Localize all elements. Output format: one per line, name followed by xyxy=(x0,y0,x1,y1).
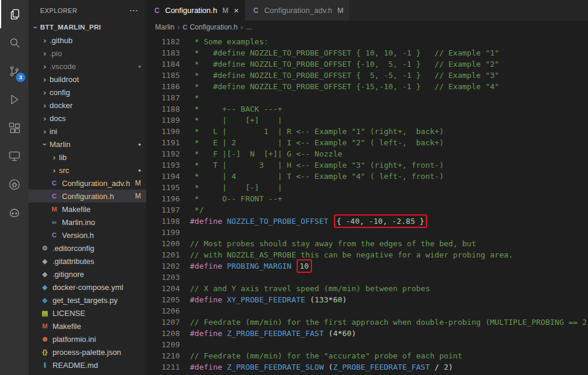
line-number[interactable]: 1210 xyxy=(146,350,180,361)
line-number[interactable]: 1208 xyxy=(146,328,180,339)
line-number[interactable]: 1194 xyxy=(146,171,180,182)
tree-item-editorconfig[interactable]: ⚙.editorconfig xyxy=(28,242,146,255)
breadcrumb-item-configuration-h[interactable]: CConfiguration.h xyxy=(183,23,238,31)
line-number[interactable]: 1211 xyxy=(146,361,180,373)
line-number[interactable]: 1201 xyxy=(146,249,180,260)
code-line-1200[interactable]: 1200// Most probes should stay away from… xyxy=(146,238,588,249)
tree-item-get-test-targets-py[interactable]: ◆get_test_targets.py xyxy=(28,294,146,306)
code-line-1184[interactable]: 1184 * #define NOZZLE_TO_PROBE_OFFSET {-… xyxy=(146,58,588,70)
line-number[interactable]: 1192 xyxy=(146,148,180,159)
line-number[interactable]: 1206 xyxy=(146,305,180,317)
code-line-1190[interactable]: 1190 * L | 1 | R <-- Example "1" (right+… xyxy=(146,126,588,137)
tree-item-ini[interactable]: ›ini xyxy=(28,125,146,138)
tree-item-process-palette-json[interactable]: {}process-palette.json xyxy=(28,345,146,358)
code-line-1202[interactable]: 1202#define PROBING_MARGIN 10 xyxy=(146,260,588,272)
line-number[interactable]: 1197 xyxy=(146,204,180,216)
line-number[interactable]: 1182 xyxy=(146,36,180,47)
tree-item-docker-compose-yml[interactable]: ◈docker-compose.yml xyxy=(28,281,146,294)
code-line-1188[interactable]: 1188 * +-- BACK ---+ xyxy=(146,103,588,115)
tree-item-src[interactable]: ›src● xyxy=(28,164,146,177)
code-line-1187[interactable]: 1187 * xyxy=(146,92,588,103)
tree-item-vscode[interactable]: ›.vscode● xyxy=(28,60,146,73)
tree-item-github[interactable]: ›.github xyxy=(28,34,146,47)
activity-item-search[interactable] xyxy=(0,28,28,57)
line-number[interactable]: 1212 xyxy=(146,373,180,375)
tree-item-lib[interactable]: ›lib xyxy=(28,151,146,164)
activity-item-platformio[interactable] xyxy=(0,198,28,227)
code-line-1205[interactable]: 1205#define XY_PROBE_FEEDRATE (133*60) xyxy=(146,294,588,305)
code-line-1198[interactable]: 1198#define NOZZLE_TO_PROBE_OFFSET { -40… xyxy=(146,216,588,227)
line-number[interactable]: 1195 xyxy=(146,182,180,193)
code-line-1210[interactable]: 1210// Feedrate (mm/min) for the "accura… xyxy=(146,350,588,361)
tree-item-marlin[interactable]: ›Marlin● xyxy=(28,138,146,151)
tree-item-btt-marlin-pri[interactable]: ›BTT_MARLIN_PRI xyxy=(28,21,146,34)
tree-item-docs[interactable]: ›docs xyxy=(28,112,146,125)
line-number[interactable]: 1189 xyxy=(146,115,180,126)
tree-item-buildroot[interactable]: ›buildroot xyxy=(28,73,146,86)
tree-item-configuration-adv-h[interactable]: CConfiguration_adv.hM xyxy=(28,177,146,190)
tree-item-version-h[interactable]: CVersion.h xyxy=(28,229,146,242)
tab-configuration-h[interactable]: CConfiguration.hM× xyxy=(146,0,245,21)
line-number[interactable]: 1185 xyxy=(146,70,180,81)
code-line-1196[interactable]: 1196 * O-- FRONT --+ xyxy=(146,193,588,204)
tree-item-configuration-h[interactable]: CConfiguration.hM xyxy=(28,190,146,203)
tree-item-gitattributes[interactable]: ◆.gitattributes xyxy=(28,255,146,268)
line-number[interactable]: 1199 xyxy=(146,227,180,238)
activity-item-run-and-debug[interactable] xyxy=(0,85,28,113)
code-line-1201[interactable]: 1201// with NOZZLE_AS_PROBE this can be … xyxy=(146,249,588,260)
line-number[interactable]: 1187 xyxy=(146,92,180,103)
line-number[interactable]: 1190 xyxy=(146,126,180,137)
code-line-1189[interactable]: 1189 * | [+] | xyxy=(146,115,588,126)
code-line-1209[interactable]: 1209 xyxy=(146,339,588,350)
close-icon[interactable]: × xyxy=(234,6,239,15)
code-line-1207[interactable]: 1207// Feedrate (mm/min) for the first a… xyxy=(146,317,588,328)
tree-item-makefile[interactable]: MMakefile xyxy=(28,319,146,332)
code-line-1185[interactable]: 1185 * #define NOZZLE_TO_PROBE_OFFSET { … xyxy=(146,70,588,81)
code-line-1195[interactable]: 1195 * | [-] | xyxy=(146,182,588,193)
code-line-1191[interactable]: 1191 * E | 2 | I <-- Example "2" ( left-… xyxy=(146,137,588,148)
activity-item-remote-explorer[interactable] xyxy=(0,142,28,170)
code-line-1199[interactable]: 1199 xyxy=(146,227,588,238)
tree-item-marlin-ino[interactable]: ∞Marlin.ino xyxy=(28,216,146,229)
line-number[interactable]: 1205 xyxy=(146,294,180,305)
line-number[interactable]: 1196 xyxy=(146,193,180,204)
activity-item-pio-home[interactable] xyxy=(0,170,28,198)
more-actions-icon[interactable]: ⋯ xyxy=(129,6,138,15)
tree-item-docker[interactable]: ›docker xyxy=(28,99,146,112)
breadcrumb-item-[interactable]: ... xyxy=(246,23,252,31)
code-line-1193[interactable]: 1193 * T | 3 | H <-- Example "3" (right+… xyxy=(146,159,588,171)
activity-item-source-control[interactable]: 3 xyxy=(0,57,28,85)
line-number[interactable]: 1207 xyxy=(146,317,180,328)
tree-item-gitignore[interactable]: ◆.gitignore xyxy=(28,268,146,281)
line-number[interactable]: 1203 xyxy=(146,272,180,283)
code-line-1192[interactable]: 1192 * F |[-] N [+]| G <-- Nozzle xyxy=(146,148,588,159)
code-line-1208[interactable]: 1208#define Z_PROBE_FEEDRATE_FAST (4*60) xyxy=(146,328,588,339)
line-number[interactable]: 1198 xyxy=(146,216,180,227)
code-line-1212[interactable]: 1212 xyxy=(146,373,588,375)
code-line-1182[interactable]: 1182 * Some examples: xyxy=(146,36,588,47)
line-number[interactable]: 1200 xyxy=(146,238,180,249)
code-line-1204[interactable]: 1204// X and Y axis travel speed (mm/min… xyxy=(146,283,588,294)
tree-item-platformio-ini[interactable]: ⊛platformio.ini xyxy=(28,332,146,345)
code-line-1203[interactable]: 1203 xyxy=(146,272,588,283)
tree-item-config[interactable]: ›config xyxy=(28,86,146,99)
code-line-1194[interactable]: 1194 * | 4 | T <-- Example "4" ( left-, … xyxy=(146,171,588,182)
line-number[interactable]: 1183 xyxy=(146,47,180,58)
line-number[interactable]: 1188 xyxy=(146,103,180,115)
tab-configuration-adv-h[interactable]: CConfiguration_adv.hM xyxy=(245,0,350,21)
line-number[interactable]: 1202 xyxy=(146,260,180,272)
line-number[interactable]: 1204 xyxy=(146,283,180,294)
code-line-1186[interactable]: 1186 * #define NOZZLE_TO_PROBE_OFFSET {-… xyxy=(146,81,588,92)
code-line-1211[interactable]: 1211#define Z_PROBE_FEEDRATE_SLOW (Z_PRO… xyxy=(146,361,588,373)
tree-item-readme-md[interactable]: ℹREADME.md xyxy=(28,358,146,371)
line-number[interactable]: 1191 xyxy=(146,137,180,148)
activity-item-explorer[interactable] xyxy=(0,0,28,28)
tree-item-license[interactable]: ▤LICENSE xyxy=(28,306,146,319)
line-number[interactable]: 1186 xyxy=(146,81,180,92)
tree-item-makefile[interactable]: MMakefile xyxy=(28,203,146,216)
line-number[interactable]: 1209 xyxy=(146,339,180,350)
activity-item-extensions[interactable] xyxy=(0,113,28,142)
breadcrumb-item-marlin[interactable]: Marlin xyxy=(155,23,175,31)
line-number[interactable]: 1193 xyxy=(146,159,180,171)
tree-item-pio[interactable]: ›.pio xyxy=(28,47,146,60)
